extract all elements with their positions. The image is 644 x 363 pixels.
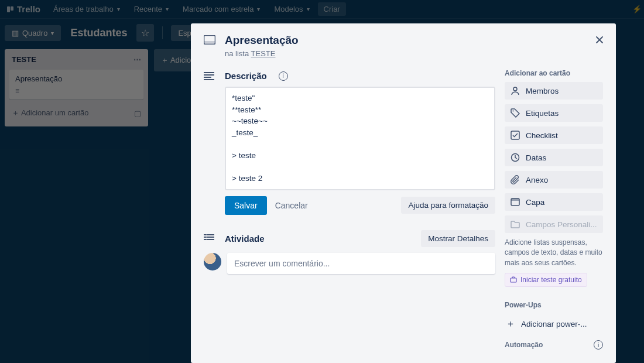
save-button[interactable]: Salvar <box>225 196 267 215</box>
attachment-button[interactable]: Anexo <box>505 171 603 189</box>
show-details-button[interactable]: Mostrar Detalhes <box>421 230 495 247</box>
description-editor[interactable]: *teste" **teste** ~~teste~~ _teste_ > te… <box>225 87 495 190</box>
activity-icon <box>204 234 217 242</box>
svg-point-3 <box>513 111 514 112</box>
activity-label: Atividade <box>225 234 265 244</box>
card-list-location: na lista TESTE <box>225 49 495 58</box>
avatar[interactable] <box>204 253 221 270</box>
sidebar-section-add: Adicionar ao cartão <box>505 69 603 77</box>
info-icon[interactable]: i <box>594 340 603 350</box>
svg-rect-1 <box>204 41 215 44</box>
cover-icon <box>511 197 520 207</box>
tag-icon <box>511 108 520 118</box>
info-icon[interactable]: i <box>279 71 288 81</box>
svg-rect-7 <box>511 198 519 201</box>
add-powerup-button[interactable]: ＋ Adicionar power-... <box>505 314 603 334</box>
card-modal: Apresentação na lista TESTE Descrição i … <box>191 23 616 363</box>
person-icon <box>511 86 520 95</box>
members-button[interactable]: Membros <box>505 82 603 100</box>
svg-rect-8 <box>511 278 516 282</box>
paperclip-icon <box>511 175 520 184</box>
svg-point-2 <box>513 87 517 91</box>
description-label: Descrição <box>225 71 267 81</box>
cancel-button[interactable]: Cancelar <box>275 201 308 210</box>
plus-icon: ＋ <box>506 318 515 330</box>
checklist-button[interactable]: Checklist <box>505 126 603 144</box>
clock-icon <box>511 153 520 162</box>
start-trial-button[interactable]: Iniciar teste gratuito <box>505 273 587 287</box>
briefcase-icon <box>510 276 517 283</box>
sidebar-section-automation: Automação <box>505 341 543 349</box>
comment-input[interactable]: Escrever um comentário... <box>227 253 495 274</box>
card-sidebar: Adicionar ao cartão Membros Etiquetas Ch… <box>505 34 603 363</box>
card-title[interactable]: Apresentação <box>225 34 299 47</box>
cover-button[interactable]: Capa <box>505 193 603 211</box>
formatting-help-button[interactable]: Ajuda para formatação <box>401 197 495 214</box>
checklist-icon <box>511 131 520 140</box>
custom-fields-note: Adicione listas suspensas, campos de tex… <box>505 238 603 268</box>
list-link[interactable]: TESTE <box>251 49 276 58</box>
labels-button[interactable]: Etiquetas <box>505 104 603 122</box>
description-icon <box>204 72 217 80</box>
close-modal-button[interactable] <box>591 32 608 48</box>
custom-fields-button[interactable]: Campos Personali... <box>505 215 603 233</box>
dates-button[interactable]: Datas <box>505 149 603 166</box>
close-icon <box>595 35 604 44</box>
card-header-icon <box>204 34 217 44</box>
sidebar-section-powerups: Power-Ups <box>505 301 603 309</box>
folder-icon <box>511 220 520 229</box>
